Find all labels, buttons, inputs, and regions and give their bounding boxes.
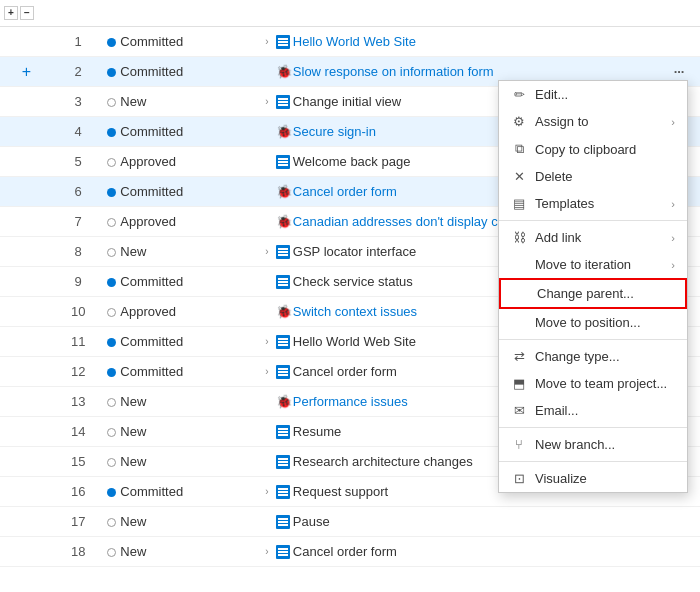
row-expand-cell [0, 507, 53, 537]
email-icon: ✉ [511, 403, 527, 418]
menu-separator [499, 427, 687, 428]
row-actions-cell [658, 507, 700, 537]
menu-item-email[interactable]: ✉Email... [499, 397, 687, 424]
menu-item-edit[interactable]: ✏Edit... [499, 81, 687, 108]
order-column-header [53, 0, 103, 27]
story-icon [276, 155, 290, 169]
row-title-text: Change initial view [293, 94, 401, 109]
row-order: 10 [53, 297, 103, 327]
row-state: Committed [103, 177, 257, 207]
menu-item-assign[interactable]: ⚙Assign to› [499, 108, 687, 135]
menu-label-move-to-team: Move to team project... [535, 376, 675, 391]
row-state: Committed [103, 57, 257, 87]
row-state: Approved [103, 147, 257, 177]
row-title-text[interactable]: Performance issues [293, 394, 408, 409]
visualize-icon: ⊡ [511, 471, 527, 486]
row-expand-cell [0, 327, 53, 357]
row-expand-cell [0, 447, 53, 477]
row-expand-cell [0, 477, 53, 507]
menu-label-add-link: Add link [535, 230, 663, 245]
row-expand-cell [0, 357, 53, 387]
context-menu: ✏Edit...⚙Assign to›⧉Copy to clipboard✕De… [498, 80, 688, 493]
row-state: New [103, 237, 257, 267]
expand-chevron-icon[interactable]: › [261, 486, 273, 497]
row-actions-cell [658, 27, 700, 57]
row-state: Approved [103, 297, 257, 327]
submenu-arrow-icon: › [671, 259, 675, 271]
story-icon [276, 485, 290, 499]
row-order: 5 [53, 147, 103, 177]
row-order: 15 [53, 447, 103, 477]
row-order: 2 [53, 57, 103, 87]
row-expand-cell [0, 237, 53, 267]
menu-item-delete[interactable]: ✕Delete [499, 163, 687, 190]
table-row: 1Committed›Hello World Web Site [0, 27, 700, 57]
row-order: 7 [53, 207, 103, 237]
row-order: 9 [53, 267, 103, 297]
story-icon [276, 95, 290, 109]
menu-separator [499, 461, 687, 462]
table-row: 18New›Cancel order form [0, 537, 700, 567]
row-expand-cell [0, 297, 53, 327]
menu-label-delete: Delete [535, 169, 675, 184]
row-state: Committed [103, 327, 257, 357]
row-title-text: Check service status [293, 274, 413, 289]
row-title-text[interactable]: Switch context issues [293, 304, 417, 319]
row-title-text: Request support [293, 484, 388, 499]
expand-chevron-icon[interactable]: › [261, 246, 273, 257]
row-actions-cell [658, 537, 700, 567]
new-branch-icon: ⑂ [511, 437, 527, 452]
menu-label-copy: Copy to clipboard [535, 142, 675, 157]
row-order: 17 [53, 507, 103, 537]
row-expand-cell [0, 417, 53, 447]
row-expand-cell [0, 177, 53, 207]
story-icon [276, 455, 290, 469]
bug-icon: 🐞 [276, 125, 290, 139]
row-state: Committed [103, 477, 257, 507]
add-row-btn[interactable]: + [22, 64, 31, 80]
actions-column-header [658, 0, 700, 27]
row-state: Approved [103, 207, 257, 237]
row-expand-cell [0, 207, 53, 237]
menu-item-templates[interactable]: ▤Templates› [499, 190, 687, 217]
menu-item-change-type[interactable]: ⇄Change type... [499, 343, 687, 370]
menu-item-move-to-position[interactable]: Move to position... [499, 309, 687, 336]
menu-item-new-branch[interactable]: ⑂New branch... [499, 431, 687, 458]
row-title-text: Resume [293, 424, 341, 439]
expand-chevron-icon[interactable]: › [261, 336, 273, 347]
expand-all-btn[interactable]: + [4, 6, 18, 20]
assign-icon: ⚙ [511, 114, 527, 129]
row-context-menu-btn[interactable]: ··· [674, 64, 685, 79]
collapse-all-btn[interactable]: − [20, 6, 34, 20]
menu-item-change-parent[interactable]: Change parent... [499, 278, 687, 309]
menu-item-visualize[interactable]: ⊡Visualize [499, 465, 687, 492]
row-order: 13 [53, 387, 103, 417]
expand-chevron-icon[interactable]: › [261, 366, 273, 377]
row-title-text[interactable]: Secure sign-in [293, 124, 376, 139]
row-order: 12 [53, 357, 103, 387]
menu-item-copy[interactable]: ⧉Copy to clipboard [499, 135, 687, 163]
menu-separator [499, 339, 687, 340]
row-title-text: Cancel order form [293, 544, 397, 559]
expand-chevron-icon[interactable]: › [261, 96, 273, 107]
menu-item-move-to-team[interactable]: ⬒Move to team project... [499, 370, 687, 397]
row-order: 16 [53, 477, 103, 507]
row-title-text[interactable]: Cancel order form [293, 184, 397, 199]
row-title-text[interactable]: Slow response on information form [293, 64, 494, 79]
expand-chevron-icon[interactable]: › [261, 546, 273, 557]
menu-item-add-link[interactable]: ⛓Add link› [499, 224, 687, 251]
toggle-header: + − [0, 0, 53, 27]
row-order: 11 [53, 327, 103, 357]
row-state: Committed [103, 357, 257, 387]
row-state: Committed [103, 117, 257, 147]
row-title-text[interactable]: Hello World Web Site [293, 34, 416, 49]
story-icon [276, 545, 290, 559]
row-order: 3 [53, 87, 103, 117]
row-expand-cell [0, 27, 53, 57]
expand-chevron-icon[interactable]: › [261, 36, 273, 47]
story-icon [276, 335, 290, 349]
row-expand-cell [0, 87, 53, 117]
table-header: + − [0, 0, 700, 27]
row-state: New [103, 87, 257, 117]
menu-item-move-to-iteration[interactable]: Move to iteration› [499, 251, 687, 278]
